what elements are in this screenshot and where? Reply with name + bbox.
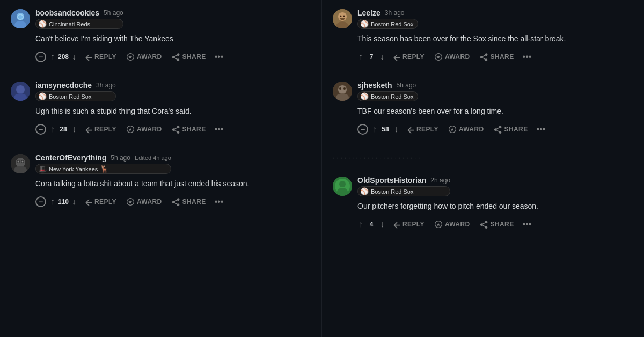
more-options-button[interactable]: •••	[213, 195, 226, 209]
actions-left: − ↑ 110 ↓	[35, 196, 77, 208]
flair-icon: 🎩	[38, 165, 47, 173]
username: Leelze	[357, 9, 380, 17]
flair-icon: ⚾	[360, 187, 369, 195]
reply-icon	[84, 53, 92, 61]
share-button[interactable]: Share	[169, 195, 209, 208]
vote-section: ↑ 4 ↓	[357, 218, 385, 230]
reply-button[interactable]: Reply	[402, 123, 442, 136]
flair-text: Boston Red Sox	[371, 188, 414, 195]
avatar	[11, 82, 30, 101]
upvote-button[interactable]: ↑	[49, 123, 56, 135]
reply-button[interactable]: Reply	[389, 50, 428, 63]
avatar	[333, 177, 352, 196]
svg-text:★: ★	[436, 222, 441, 227]
username-row: Leelze 3h ago	[357, 9, 418, 17]
reply-icon	[406, 125, 414, 134]
flair: ⚾ Cincinnati Reds	[35, 19, 123, 29]
upvote-button[interactable]: ↑	[371, 123, 378, 135]
downvote-button[interactable]: ↓	[71, 51, 77, 63]
award-button[interactable]: ★ Award	[431, 218, 473, 231]
username-row: sjhesketh 5h ago	[357, 81, 418, 90]
left-column: boobsandcookies 5h ago ⚾ Cincinnati Reds…	[0, 0, 322, 337]
page-layout: boobsandcookies 5h ago ⚾ Cincinnati Reds…	[0, 0, 644, 337]
edited-label: Edited 4h ago	[135, 155, 171, 161]
comment-center: CenterOfEverything 5h ago Edited 4h ago …	[11, 153, 311, 213]
more-options-button[interactable]: •••	[213, 50, 226, 64]
reply-button[interactable]: Reply	[80, 195, 120, 208]
minimize-button[interactable]: −	[35, 196, 46, 207]
reply-icon	[84, 197, 92, 206]
downvote-button[interactable]: ↓	[71, 196, 77, 208]
downvote-button[interactable]: ↓	[71, 123, 77, 135]
minimize-button[interactable]: −	[35, 124, 46, 135]
flair-icon: ⚾	[360, 92, 369, 100]
more-options-button[interactable]: •••	[521, 217, 534, 231]
reply-button[interactable]: Reply	[389, 218, 428, 231]
share-button[interactable]: Share	[491, 123, 531, 136]
downvote-button[interactable]: ↓	[379, 51, 385, 63]
vote-count: 4	[366, 221, 377, 228]
reply-button[interactable]: Reply	[80, 50, 120, 63]
comment-text: Our pitchers forgetting how to pitch end…	[333, 201, 633, 212]
upvote-button[interactable]: ↑	[49, 51, 56, 63]
upvote-button[interactable]: ↑	[357, 51, 364, 63]
share-button[interactable]: Share	[477, 218, 517, 231]
actions-left: ↑ 4 ↓	[357, 218, 385, 230]
upvote-button[interactable]: ↑	[49, 196, 56, 208]
award-button[interactable]: ★ Award	[123, 195, 165, 208]
reply-icon	[392, 220, 400, 229]
reply-button[interactable]: Reply	[80, 123, 120, 136]
minimize-button[interactable]: −	[35, 52, 46, 62]
comment-header: CenterOfEverything 5h ago Edited 4h ago …	[11, 153, 311, 174]
comment-header: boobsandcookies 5h ago ⚾ Cincinnati Reds	[11, 9, 311, 29]
comment-actions: ↑ 7 ↓ Reply ★ Award Share •••	[333, 50, 633, 64]
more-options-button[interactable]: •••	[535, 122, 548, 136]
share-button[interactable]: Share	[169, 50, 209, 63]
award-button[interactable]: ★ Award	[445, 123, 487, 136]
upvote-button[interactable]: ↑	[357, 218, 364, 230]
comment-text: Ugh this is such a stupid thing that Cor…	[11, 106, 311, 117]
svg-text:★: ★	[128, 127, 133, 132]
award-button[interactable]: ★ Award	[123, 50, 165, 63]
downvote-button[interactable]: ↓	[379, 218, 385, 230]
svg-point-27	[338, 85, 347, 94]
username-row: OldSportsHistorian 2h ago	[357, 176, 450, 185]
share-button[interactable]: Share	[169, 123, 209, 136]
award-button[interactable]: ★ Award	[123, 123, 165, 136]
user-info: boobsandcookies 5h ago ⚾ Cincinnati Reds	[35, 9, 123, 29]
comment-text: Cora talking a lotta shit about a team t…	[11, 178, 311, 189]
svg-point-22	[340, 16, 342, 17]
more-options-button[interactable]: •••	[213, 122, 226, 136]
reply-icon	[392, 53, 400, 61]
svg-point-36	[337, 188, 348, 195]
username-row: CenterOfEverything 5h ago Edited 4h ago	[35, 153, 171, 162]
comment-boobs: boobsandcookies 5h ago ⚾ Cincinnati Reds…	[11, 9, 311, 68]
downvote-button[interactable]: ↓	[393, 123, 399, 135]
flair: ⚾ Boston Red Sox	[35, 91, 116, 101]
comment-text: This season has been over for the Sox si…	[333, 33, 633, 45]
comment-actions: − ↑ 208 ↓ Reply ★ Award Sh	[11, 50, 311, 64]
right-column: Leelze 3h ago ⚾ Boston Red Sox This seas…	[322, 0, 644, 337]
more-options-button[interactable]: •••	[521, 50, 534, 64]
svg-point-6	[16, 85, 25, 94]
partial-text: · · · · · · · · · · · · · · · · · · · · …	[333, 153, 420, 162]
flair-icon: ⚾	[360, 20, 369, 28]
reply-icon	[84, 125, 92, 134]
flair: ⚾ Boston Red Sox	[357, 186, 450, 196]
actions-left: − ↑ 208 ↓	[35, 51, 77, 63]
minimize-button[interactable]: −	[357, 124, 368, 135]
share-icon	[172, 197, 180, 206]
time-ago: 2h ago	[430, 177, 450, 184]
vote-section: ↑ 7 ↓	[357, 51, 385, 63]
flair-icon: ⚾	[38, 20, 47, 28]
award-icon: ★	[126, 125, 135, 134]
avatar-img	[11, 9, 30, 28]
comment-oldsports: OldSportsHistorian 2h ago ⚾ Boston Red S…	[333, 176, 633, 236]
share-button[interactable]: Share	[477, 50, 517, 63]
svg-point-15	[22, 161, 24, 163]
username: iamsynecdoche	[35, 81, 92, 90]
share-icon	[494, 125, 502, 134]
comment-header: Leelze 3h ago ⚾ Boston Red Sox	[333, 9, 633, 29]
award-button[interactable]: ★ Award	[431, 50, 473, 63]
svg-text:★: ★	[450, 127, 455, 132]
